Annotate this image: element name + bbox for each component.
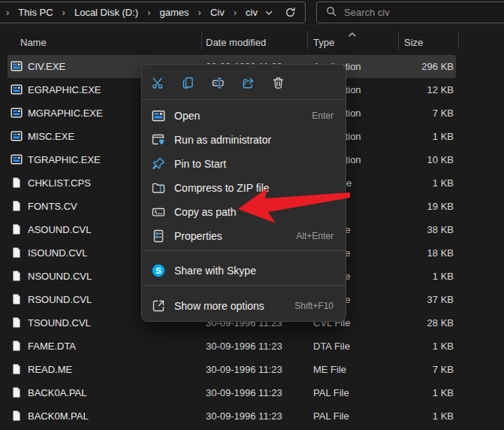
context-menu-quick-actions bbox=[142, 69, 346, 97]
file-size: 1 KB bbox=[353, 125, 454, 148]
file-size: 1 KB bbox=[353, 335, 454, 358]
menu-item-shortcut: Enter bbox=[312, 111, 333, 121]
menu-item-label: Show more options bbox=[174, 300, 285, 312]
file-name: ASOUND.CVL bbox=[28, 218, 92, 241]
file-name: FAME.DTA bbox=[28, 335, 76, 358]
address-dropdown-chevron-icon[interactable] bbox=[264, 8, 273, 17]
breadcrumb-item[interactable]: Civ bbox=[207, 5, 228, 20]
file-icon bbox=[11, 293, 23, 305]
search-box[interactable] bbox=[316, 2, 504, 23]
file-icon bbox=[11, 223, 23, 235]
menu-item-label: Pin to Start bbox=[174, 158, 333, 170]
refresh-icon[interactable] bbox=[285, 7, 296, 18]
search-icon bbox=[326, 6, 337, 19]
search-input[interactable] bbox=[344, 7, 472, 18]
column-header-size[interactable]: Size bbox=[404, 37, 423, 48]
explorer-toolbar: ›This PC›Local Disk (D:)›games›Civ›civ bbox=[0, 0, 504, 25]
column-header-date-modified[interactable]: Date modified bbox=[206, 37, 266, 48]
breadcrumb-item[interactable]: games bbox=[156, 5, 193, 20]
file-icon bbox=[11, 316, 23, 329]
column-divider[interactable] bbox=[458, 32, 459, 50]
delete-icon[interactable] bbox=[267, 73, 288, 94]
sort-ascending-icon bbox=[348, 29, 357, 40]
zip-icon bbox=[151, 180, 166, 195]
file-size: 12 KB bbox=[353, 78, 454, 101]
shield-icon bbox=[151, 132, 166, 147]
breadcrumb: ›This PC›Local Disk (D:)›games›Civ›civ bbox=[4, 5, 261, 20]
file-name: CHKLIST.CPS bbox=[28, 171, 91, 195]
application-icon bbox=[11, 83, 23, 95]
breadcrumb-chevron-icon: › bbox=[60, 7, 68, 18]
menu-item-pin-to-start[interactable]: Pin to Start bbox=[142, 152, 346, 176]
menu-item-label: Properties bbox=[174, 230, 287, 242]
file-size: 37 KB bbox=[353, 288, 454, 311]
context-menu: Open Enter Run as administrator Pin to S… bbox=[141, 64, 346, 322]
file-name: EGRAPHIC.EXE bbox=[28, 78, 101, 101]
application-icon bbox=[11, 107, 23, 119]
column-divider[interactable] bbox=[201, 32, 202, 50]
copy-icon[interactable] bbox=[177, 73, 198, 94]
address-bar[interactable]: ›This PC›Local Disk (D:)›games›Civ›civ bbox=[0, 2, 306, 23]
application-icon bbox=[11, 60, 23, 72]
file-size: 1 KB bbox=[353, 171, 454, 195]
file-icon bbox=[11, 270, 23, 282]
file-row[interactable]: FAME.DTA 30-09-1996 11:23 DTA File 1 KB bbox=[0, 335, 504, 358]
menu-item-properties[interactable]: Properties Alt+Enter bbox=[142, 224, 346, 248]
svg-text:S: S bbox=[155, 266, 161, 275]
breadcrumb-chevron-icon: › bbox=[231, 7, 239, 18]
file-date-modified: 30-09-1996 11:23 bbox=[206, 404, 282, 428]
file-date-modified: 30-09-1996 11:23 bbox=[206, 358, 282, 381]
column-header-row: Name Date modified Type Size bbox=[0, 26, 504, 54]
share-icon[interactable] bbox=[237, 73, 258, 94]
app-icon bbox=[151, 108, 166, 123]
breadcrumb-item[interactable]: civ bbox=[242, 5, 261, 20]
file-size: 19 KB bbox=[353, 195, 454, 218]
file-name: CIV.EXE bbox=[28, 55, 65, 78]
file-row[interactable]: BACK0M.PAL 30-09-1996 11:23 PAL File 1 K… bbox=[0, 404, 504, 428]
file-date-modified: 30-09-1996 11:23 bbox=[206, 335, 282, 358]
file-size: 7 KB bbox=[353, 101, 454, 125]
file-icon bbox=[11, 340, 23, 352]
file-icon bbox=[11, 200, 23, 212]
file-name: FONTS.CV bbox=[28, 195, 77, 218]
file-row[interactable]: READ.ME 30-09-1996 11:23 ME File 7 KB bbox=[0, 358, 504, 381]
file-name: BACK0M.PAL bbox=[28, 404, 89, 428]
breadcrumb-chevron-icon: › bbox=[196, 7, 204, 18]
menu-item-shortcut: Shift+F10 bbox=[294, 301, 333, 311]
file-size: 1 KB bbox=[353, 404, 454, 428]
file-name: RSOUND.CVL bbox=[28, 288, 92, 311]
breadcrumb-chevron-icon: › bbox=[145, 7, 152, 18]
breadcrumb-item[interactable]: Local Disk (D:) bbox=[71, 5, 142, 20]
file-name: TSOUND.CVL bbox=[28, 311, 91, 335]
rename-icon[interactable] bbox=[207, 73, 228, 94]
file-name: TGRAPHIC.EXE bbox=[28, 148, 101, 171]
menu-item-copy-as-path[interactable]: Copy as path bbox=[142, 200, 346, 224]
column-header-type[interactable]: Type bbox=[313, 37, 334, 48]
file-icon bbox=[11, 363, 23, 375]
column-divider[interactable] bbox=[398, 32, 399, 50]
menu-item-show-more-options[interactable]: Show more options Shift+F10 bbox=[142, 294, 346, 318]
menu-item-label: Share with Skype bbox=[174, 265, 333, 277]
menu-item-run-as-administrator[interactable]: Run as administrator bbox=[142, 128, 346, 152]
file-name: BACK0A.PAL bbox=[28, 381, 87, 404]
menu-item-share-with-skype[interactable]: S Share with Skype bbox=[142, 259, 346, 283]
file-type: DTA File bbox=[313, 335, 350, 358]
file-type: PAL File bbox=[313, 404, 349, 428]
properties-icon bbox=[151, 229, 166, 244]
menu-item-compress-to-zip-file[interactable]: Compress to ZIP file bbox=[142, 176, 346, 200]
menu-item-open[interactable]: Open Enter bbox=[142, 104, 346, 128]
application-icon bbox=[11, 153, 23, 165]
file-type: PAL File bbox=[313, 381, 349, 404]
column-header-name[interactable]: Name bbox=[20, 37, 47, 48]
file-explorer-window: ›This PC›Local Disk (D:)›games›Civ›civ N… bbox=[0, 0, 504, 430]
file-size: 38 KB bbox=[353, 218, 454, 241]
more-icon bbox=[151, 298, 166, 313]
menu-item-label: Open bbox=[174, 110, 303, 122]
cut-icon[interactable] bbox=[147, 73, 168, 94]
file-row[interactable]: BACK0A.PAL 30-09-1996 11:23 PAL File 1 K… bbox=[0, 381, 504, 404]
file-name: MGRAPHIC.EXE bbox=[28, 101, 103, 125]
menu-item-shortcut: Alt+Enter bbox=[296, 231, 333, 241]
file-name: ISOUND.CVL bbox=[28, 241, 87, 265]
column-divider[interactable] bbox=[307, 32, 308, 50]
breadcrumb-item[interactable]: This PC bbox=[14, 5, 56, 20]
